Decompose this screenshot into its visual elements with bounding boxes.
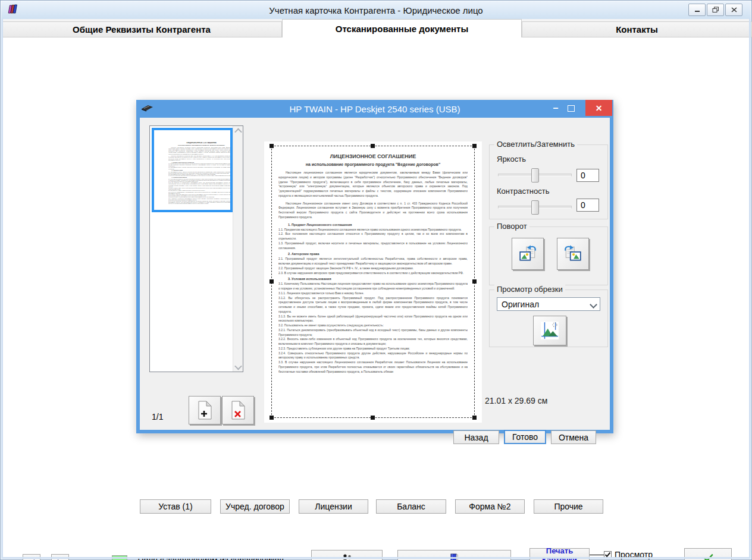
preview-checkbox[interactable] [604, 551, 612, 559]
crop-handle[interactable] [270, 144, 274, 148]
doc-paragraph: 3.1.2. Вы обязуетесь не распространять П… [168, 183, 233, 188]
close-icon [731, 7, 737, 12]
scan-size-label: 21.01 x 29.69 см [485, 396, 547, 405]
twain-title: HP TWAIN - HP Deskjet 2540 series (USB) [136, 104, 613, 114]
rotate-group-title: Поворот [494, 222, 529, 231]
contrast-value-input[interactable] [576, 199, 599, 212]
rotate-group: Поворот [489, 226, 608, 285]
contrast-slider-thumb[interactable] [531, 200, 539, 215]
main-window: Учетная карточка Контрагента - Юридическ… [0, 0, 752, 560]
lookup-field-swatch [112, 555, 127, 560]
minimize-icon [694, 7, 700, 12]
category-button[interactable]: Форма №2 [455, 499, 525, 514]
back-button[interactable]: Назад [453, 430, 499, 444]
tab-bar: Общие Реквизиты Контрагента Отсканирован… [1, 19, 751, 37]
brightness-value-input[interactable] [576, 169, 599, 182]
connector-line [590, 555, 604, 555]
crop-mode-selected: Оригинал [502, 300, 539, 309]
restore-icon [712, 7, 719, 13]
category-button[interactable]: Лицензии [299, 499, 368, 514]
print-card-button[interactable]: Печать Карточки [529, 548, 590, 560]
scroll-down-icon [234, 362, 242, 370]
contracts-icon [450, 553, 459, 560]
employees-button[interactable]: Сотрудники [311, 550, 383, 560]
dropdown-chevron-icon [590, 301, 597, 309]
category-button[interactable]: Учред. договор [220, 499, 290, 514]
journal-check-icon [703, 554, 713, 560]
crop-group-title: Просмотр обрезки [494, 285, 565, 294]
crop-mode-dropdown[interactable]: Оригинал [497, 297, 600, 311]
scroll-up-icon [234, 128, 242, 136]
twain-close-button[interactable]: ✕ [585, 100, 612, 116]
brightness-group-title: Осветлить/Затемнить [494, 140, 577, 149]
crop-handle[interactable] [472, 416, 477, 420]
category-button[interactable]: Прочие [534, 499, 603, 514]
twain-minimize-button[interactable]: – [549, 100, 562, 117]
page-thumbnail[interactable]: ЛИЦЕНЗИОННОЕ СОГЛАШЕНИЕна использование … [152, 128, 233, 212]
checkmark-icon [604, 552, 611, 558]
rotate-left-button[interactable] [512, 238, 544, 270]
main-titlebar: Учетная карточка Контрагента - Юридическ… [1, 1, 751, 20]
twain-titlebar[interactable]: HP TWAIN - HP Deskjet 2540 series (USB) … [136, 100, 613, 118]
cancel-button[interactable]: Отмена [551, 430, 596, 444]
doc-paragraph: на использование программного продукта "… [168, 144, 233, 146]
brightness-slider[interactable] [498, 168, 572, 182]
minimize-button[interactable] [688, 4, 706, 16]
category-button[interactable]: Баланс [376, 499, 446, 514]
thumbnail-list: ЛИЦЕНЗИОННОЕ СОГЛАШЕНИЕна использование … [149, 125, 243, 372]
contrast-slider[interactable] [498, 200, 572, 214]
crop-preview-icon [540, 321, 559, 340]
preview-checkbox-label: Просмотр [615, 550, 653, 559]
doc-paragraph: ЛИЦЕНЗИОННОЕ СОГЛАШЕНИЕ [168, 142, 233, 144]
crop-handle[interactable] [270, 416, 274, 420]
journal-button[interactable]: В журнал [684, 548, 732, 560]
doc-paragraph: 2.3. В случае нарушения авторских прав п… [168, 175, 233, 177]
crop-handle[interactable] [472, 144, 477, 148]
rotate-right-icon [563, 244, 582, 263]
doc-paragraph: Настоящее лицензионное соглашение являет… [168, 147, 233, 155]
twain-maximize-button[interactable] [565, 100, 578, 117]
preview-checkbox-row: Просмотр [604, 550, 653, 559]
doc-paragraph: Настоящее Лицензионное соглашение имеет … [168, 156, 233, 161]
delete-page-button[interactable] [222, 396, 254, 424]
rotate-left-icon [518, 244, 537, 263]
prev-record-button[interactable] [23, 554, 40, 560]
tab-content-area: HP TWAIN - HP Deskjet 2540 series (USB) … [1, 37, 751, 559]
delete-page-icon [230, 401, 246, 420]
employees-icon [341, 553, 353, 560]
restore-button[interactable] [707, 4, 724, 16]
brightness-label: Яркость [497, 155, 526, 163]
crop-preview-group: Просмотр обрезки Оригинал [489, 290, 608, 347]
done-button[interactable]: Готово [504, 430, 546, 444]
add-page-button[interactable] [189, 396, 221, 424]
scanner-icon [141, 103, 154, 114]
crop-handle[interactable] [270, 279, 274, 284]
contrast-label: Контрастность [497, 187, 550, 196]
twain-body: ЛИЦЕНЗИОННОЕ СОГЛАШЕНИЕна использование … [140, 118, 610, 430]
next-record-button[interactable] [51, 554, 69, 560]
crop-handle[interactable] [472, 279, 477, 284]
books-app-icon [7, 4, 18, 17]
close-button[interactable] [725, 4, 742, 16]
contracts-button[interactable]: Договоры контрагента [397, 550, 511, 560]
crop-handle[interactable] [371, 144, 375, 148]
tab-scanned-documents[interactable]: Отсканированные документы [282, 19, 522, 37]
tab-contacts[interactable]: Контакты [522, 21, 752, 37]
scroll-up-button[interactable] [233, 126, 243, 136]
rotate-right-button[interactable] [557, 238, 589, 270]
page-counter: 1/1 [152, 412, 163, 421]
doc-paragraph: 3.3. В случае нарушения настоящего Лицен… [168, 200, 233, 205]
crop-selection[interactable] [271, 146, 475, 418]
thumbnail-scrollbar[interactable] [233, 126, 243, 372]
tab-general-details[interactable]: Общие Реквизиты Контрагента [1, 21, 282, 37]
category-button[interactable]: Устав (1) [140, 499, 211, 514]
crop-view-button[interactable] [533, 316, 566, 345]
crop-handle[interactable] [371, 416, 375, 420]
scroll-down-button[interactable] [233, 362, 243, 372]
twain-scan-dialog: HP TWAIN - HP Deskjet 2540 series (USB) … [136, 100, 613, 433]
brightness-group: Осветлить/Затемнить Яркость Контрастност… [489, 144, 608, 219]
brightness-slider-thumb[interactable] [531, 168, 539, 183]
doc-paragraph: 1.3. Программный продукт, включая носите… [168, 167, 233, 169]
restore-icon [568, 105, 575, 112]
scan-preview-page[interactable]: ЛИЦЕНЗИОННОЕ СОГЛАШЕНИЕна использование … [264, 141, 482, 423]
